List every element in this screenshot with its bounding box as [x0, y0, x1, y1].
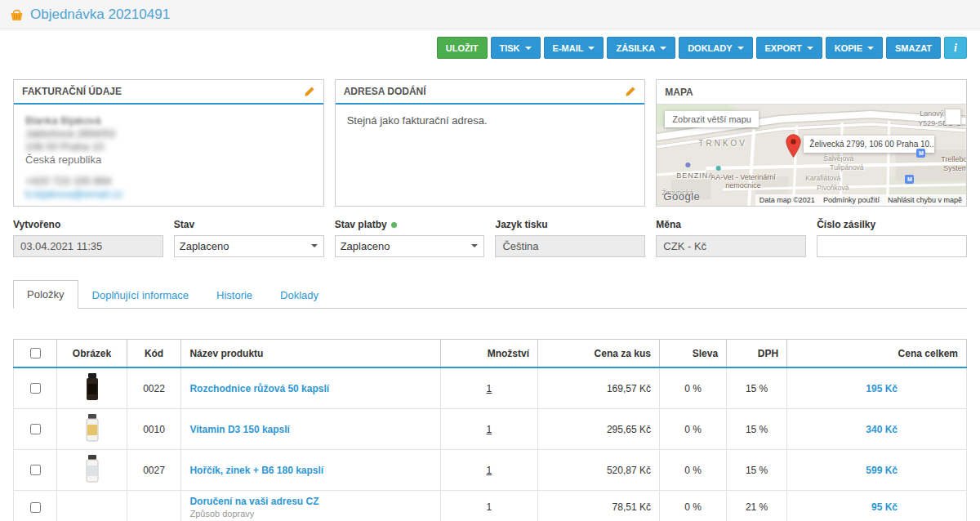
shipment-button-label: ZÁSILKA: [616, 43, 655, 53]
save-button-label: ULOŽIT: [446, 43, 479, 53]
tracking-number-input-label-text: Číslo zásilky: [817, 219, 875, 230]
product-sub-label: Způsob dopravy: [189, 509, 431, 519]
documents-button[interactable]: DOKLADY: [679, 37, 752, 59]
row-checkbox[interactable]: [30, 424, 41, 434]
column-header-vat: DPH: [727, 340, 787, 368]
quantity-cell: 1: [440, 450, 537, 491]
delivery-panel-header: ADRESA DODÁNÍ: [336, 80, 645, 105]
product-link[interactable]: Hořčík, zinek + B6 180 kapslí: [189, 465, 323, 476]
status-select[interactable]: Zaplaceno: [174, 235, 324, 257]
map-report-link[interactable]: Nahlásit chybu v mapě: [888, 196, 962, 204]
total-price-cell: 195 Kč: [787, 367, 967, 409]
white-bottle-icon: [84, 433, 100, 444]
currency-field-label-text: Měna: [656, 219, 681, 230]
export-button-label: EXPORT: [765, 43, 802, 53]
total-price-cell: 599 Kč: [787, 450, 967, 491]
created-field-group: Vytvořeno: [13, 219, 163, 257]
product-code-cell: 0027: [127, 450, 181, 491]
info-button[interactable]: i: [944, 37, 967, 59]
shipment-button[interactable]: ZÁSILKA: [607, 37, 675, 59]
print-button-label: TISK: [500, 43, 520, 53]
tab-documents[interactable]: Doklady: [266, 280, 332, 309]
tracking-number-input-group: Číslo zásilky: [817, 219, 967, 257]
discount-cell: 0 %: [659, 409, 726, 450]
print-language-field-group: Jazyk tisku: [495, 219, 645, 257]
edit-delivery-icon[interactable]: [625, 86, 636, 97]
delete-button[interactable]: SMAZAT: [886, 37, 941, 59]
map-panel-title: MAPA: [665, 87, 693, 98]
column-header-total: Cena celkem: [787, 340, 967, 368]
row-checkbox[interactable]: [30, 383, 41, 394]
vat-cell: 15 %: [727, 409, 787, 450]
product-image-cell: [57, 491, 127, 521]
email-button[interactable]: E-MAIL: [544, 37, 604, 59]
product-name-cell: Doručení na vaši adresu CZZpůsob dopravy: [181, 491, 440, 521]
created-field-label-text: Vytvořeno: [13, 219, 60, 230]
chevron-down-icon: [737, 47, 744, 53]
map-terms-link[interactable]: Podmínky použití: [823, 196, 880, 204]
payment-status-select-wrap: Zaplaceno: [335, 235, 485, 257]
billing-line[interactable]: b.bijakova@email.cz: [25, 188, 312, 201]
billing-panel-title: FAKTURAČNÍ ÚDAJE: [22, 86, 122, 97]
map[interactable]: TRNKOVBENZINAAA-Vet - Veterinárnínemocni…: [657, 105, 966, 206]
quantity-value[interactable]: 1: [487, 383, 492, 394]
status-select-group: StavZaplaceno: [174, 219, 324, 257]
product-link[interactable]: Rozchodnice růžová 50 kapslí: [189, 383, 329, 394]
total-price-value: 195 Kč: [866, 383, 898, 394]
save-button[interactable]: ULOŽIT: [437, 37, 488, 59]
row-checkbox[interactable]: [30, 502, 41, 513]
transit-station-icon[interactable]: M: [916, 149, 925, 158]
row-checkbox-cell: [14, 450, 57, 491]
product-code-cell: 0022: [127, 367, 181, 409]
product-image-cell: [57, 367, 127, 409]
payment-status-select[interactable]: Zaplaceno: [335, 235, 485, 257]
tab-additional-info[interactable]: Doplňující informace: [78, 280, 203, 309]
copy-button[interactable]: KOPIE: [826, 37, 883, 59]
quantity-cell: 1: [440, 367, 537, 409]
status-select-wrap: Zaplaceno: [174, 235, 324, 257]
map-pin-icon[interactable]: [786, 134, 801, 161]
billing-address: Blanka BijakováJabloňová 2894/53106 00 P…: [14, 105, 323, 206]
total-price-value: 340 Kč: [866, 424, 898, 435]
chevron-down-icon: [807, 47, 813, 53]
select-all-checkbox[interactable]: [30, 348, 41, 358]
product-name-cell: Vitamin D3 150 kapslí: [181, 409, 440, 450]
address-panels: FAKTURAČNÍ ÚDAJE Blanka BijakováJabloňov…: [13, 79, 967, 207]
print-language-field-label-text: Jazyk tisku: [495, 219, 547, 230]
quantity-value[interactable]: 1: [487, 465, 492, 476]
row-checkbox-cell: [14, 491, 57, 521]
transit-station-icon[interactable]: M: [905, 175, 914, 184]
delivery-address-note: Stejná jako fakturační adresa.: [336, 105, 645, 206]
tab-history[interactable]: Historie: [203, 280, 266, 309]
product-name-cell: Hořčík, zinek + B6 180 kapslí: [181, 450, 440, 491]
status-dot-icon: [391, 222, 397, 228]
google-logo: Google: [663, 190, 700, 203]
map-panel-header: MAPA: [657, 80, 966, 105]
edit-billing-icon[interactable]: [304, 86, 315, 97]
column-header-discount: Sleva: [659, 340, 726, 368]
product-link[interactable]: Doručení na vaši adresu CZ: [189, 496, 318, 507]
row-checkbox-cell: [14, 409, 57, 450]
tracking-number-input[interactable]: [817, 235, 967, 257]
unit-price-cell: 78,51 Kč: [538, 491, 660, 521]
payment-status-select-label: Stav platby: [335, 219, 485, 230]
row-checkbox[interactable]: [30, 465, 41, 475]
view-larger-map-link[interactable]: Zobrazit větší mapu: [665, 111, 759, 127]
order-basket-icon: [10, 8, 24, 21]
currency-field: [656, 235, 806, 257]
total-price-cell: 340 Kč: [787, 409, 967, 450]
fullscreen-control-icon[interactable]: [945, 109, 961, 125]
print-language-field-label: Jazyk tisku: [495, 219, 645, 230]
column-header-code: Kód: [127, 340, 181, 368]
page-title: Objednávka 20210491: [30, 7, 170, 23]
chevron-down-icon: [660, 47, 666, 53]
export-button[interactable]: EXPORT: [756, 37, 822, 59]
product-image-cell: [57, 450, 127, 491]
quantity-value[interactable]: 1: [487, 424, 492, 435]
billing-line: Blanka Bijaková: [25, 114, 312, 127]
map-attribution: Data map ©2021 Podmínky použití Nahlásit…: [755, 194, 966, 206]
product-link[interactable]: Vitamin D3 150 kapslí: [189, 424, 290, 435]
created-field-label: Vytvořeno: [13, 219, 163, 230]
tab-items[interactable]: Položky: [13, 280, 78, 309]
print-button[interactable]: TISK: [491, 37, 541, 59]
